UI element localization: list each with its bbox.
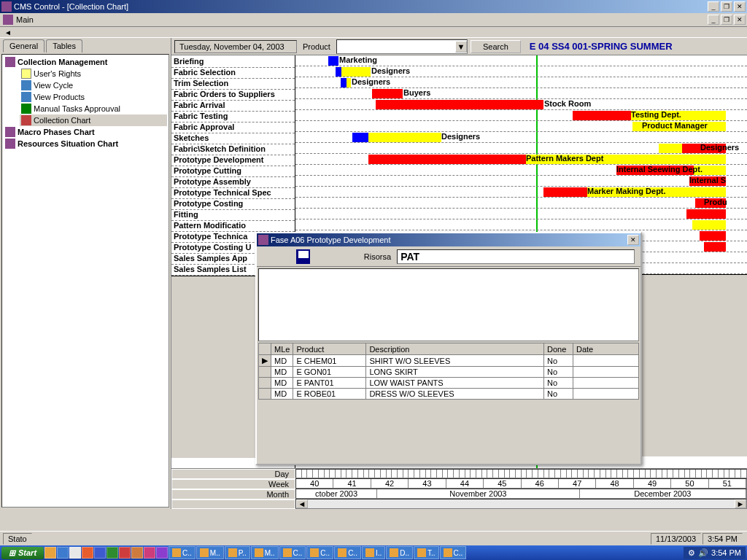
gantt-row[interactable]: Marker Making Dept. bbox=[295, 187, 747, 198]
quicklaunch-icon[interactable] bbox=[44, 547, 56, 559]
tree-collection-chart[interactable]: Collection Chart bbox=[20, 114, 167, 126]
table-row[interactable]: MDE ROBE01DRESS W/O SLEEVESNo bbox=[259, 389, 639, 400]
gantt-bar[interactable] bbox=[543, 187, 587, 197]
taskbar-task[interactable]: D.. bbox=[386, 546, 413, 559]
col-done[interactable]: Done bbox=[544, 343, 573, 355]
close-button[interactable]: ✕ bbox=[734, 1, 746, 12]
start-button[interactable]: ⊞Start bbox=[1, 547, 44, 559]
taskbar-task[interactable]: C.. bbox=[440, 546, 467, 559]
gantt-row[interactable]: Pattern Makers Dept bbox=[295, 154, 747, 165]
quicklaunch-icon[interactable] bbox=[119, 547, 131, 559]
gantt-bar[interactable] bbox=[573, 111, 631, 120]
taskbar-task[interactable]: P.. bbox=[225, 546, 250, 559]
menu-main[interactable]: Main bbox=[16, 15, 34, 24]
quicklaunch-icon[interactable] bbox=[82, 547, 93, 559]
gantt-bar[interactable] bbox=[686, 209, 726, 219]
gantt-row[interactable]: Internal S bbox=[295, 176, 747, 187]
product-dropdown[interactable]: ▼ bbox=[336, 39, 468, 54]
resource-label: Designers bbox=[700, 143, 739, 152]
gantt-bar[interactable] bbox=[352, 133, 368, 142]
mdi-maximize-button[interactable]: ❐ bbox=[721, 15, 732, 25]
col-product[interactable]: Product bbox=[293, 343, 366, 355]
quicklaunch-icon[interactable] bbox=[131, 547, 143, 559]
gantt-bar[interactable] bbox=[336, 67, 341, 77]
gantt-bar[interactable] bbox=[347, 78, 351, 88]
gantt-bar[interactable] bbox=[692, 220, 726, 230]
gantt-bar[interactable] bbox=[700, 231, 726, 241]
quicklaunch-icon[interactable] bbox=[107, 547, 118, 559]
cycle-icon bbox=[21, 80, 31, 90]
gantt-row[interactable]: Designers bbox=[295, 77, 747, 88]
tray-icon[interactable]: 🔊 bbox=[698, 548, 708, 558]
gantt-bar[interactable] bbox=[376, 100, 543, 109]
taskbar-task[interactable]: C.. bbox=[169, 546, 196, 559]
gantt-bar[interactable] bbox=[368, 155, 526, 164]
col-mle[interactable]: MLe bbox=[271, 343, 293, 355]
gantt-row[interactable]: Stock Room bbox=[295, 99, 747, 110]
tree-users-rights[interactable]: User's Rights bbox=[20, 68, 167, 79]
gantt-bar[interactable] bbox=[341, 67, 371, 77]
taskbar-task[interactable]: I.. bbox=[362, 546, 385, 559]
taskbar-task[interactable]: M.. bbox=[251, 546, 279, 559]
gantt-row[interactable]: Internal Seewing Dept. bbox=[295, 165, 747, 176]
quicklaunch-icon[interactable] bbox=[94, 547, 106, 559]
gantt-row[interactable]: Testing Dept. bbox=[295, 110, 747, 121]
tree-view-products[interactable]: View Products bbox=[20, 91, 167, 103]
table-row[interactable]: MDE GON01LONG SKIRTNo bbox=[259, 367, 639, 378]
system-tray[interactable]: ⚙ 🔊 3:54 PM bbox=[684, 547, 746, 559]
tree-macro-phases[interactable]: Macro Phases Chart bbox=[4, 126, 167, 138]
minimize-button[interactable]: _ bbox=[708, 1, 719, 12]
taskbar-task[interactable]: C.. bbox=[306, 546, 333, 559]
search-button[interactable]: Search bbox=[471, 40, 521, 53]
risorsa-input[interactable] bbox=[397, 249, 635, 264]
quicklaunch-icon[interactable] bbox=[69, 547, 81, 559]
mdi-minimize-button[interactable]: _ bbox=[708, 15, 719, 25]
gantt-row[interactable]: Produ bbox=[295, 198, 747, 209]
tree-view-cycle[interactable]: View Cycle bbox=[20, 79, 167, 91]
gantt-bar[interactable] bbox=[372, 89, 403, 98]
tree-manual-tasks[interactable]: Manual Tasks Approuval bbox=[20, 103, 167, 114]
tab-general[interactable]: General bbox=[3, 39, 44, 52]
tab-tables[interactable]: Tables bbox=[46, 39, 82, 52]
gantt-row[interactable]: Designers bbox=[295, 143, 747, 154]
table-row[interactable]: MDE PANT01LOW WAIST PANTSNo bbox=[259, 378, 639, 389]
quicklaunch-icon[interactable] bbox=[156, 547, 168, 559]
dialog-upper-list[interactable] bbox=[258, 268, 639, 341]
gantt-row[interactable] bbox=[295, 209, 747, 219]
save-icon[interactable] bbox=[296, 249, 310, 264]
date-display[interactable]: Tuesday, November 04, 2003 bbox=[174, 40, 297, 53]
taskbar-task[interactable]: T.. bbox=[414, 546, 439, 559]
mdi-close-button[interactable]: ✕ bbox=[734, 15, 746, 25]
gantt-row[interactable]: Product Manager bbox=[295, 121, 747, 132]
scale-month-label[interactable]: Month bbox=[171, 489, 295, 499]
chevron-down-icon[interactable]: ▼ bbox=[455, 41, 467, 52]
gantt-bar[interactable] bbox=[341, 78, 347, 88]
tree-resources-chart[interactable]: Resources Situation Chart bbox=[4, 138, 167, 149]
scroll-left-button[interactable]: ◄ bbox=[296, 499, 308, 508]
quicklaunch-icon[interactable] bbox=[57, 547, 69, 559]
taskbar-task[interactable]: C.. bbox=[334, 546, 361, 559]
gantt-row[interactable]: Buyers bbox=[295, 88, 747, 99]
taskbar-task[interactable]: C.. bbox=[279, 546, 306, 559]
tray-icon[interactable]: ⚙ bbox=[688, 548, 695, 558]
gantt-row[interactable]: Designers bbox=[295, 66, 747, 77]
table-row[interactable]: ▶MDE CHEM01SHIRT W/O SLEEVESNo bbox=[259, 355, 639, 367]
horizontal-scrollbar[interactable]: ◄ ► bbox=[295, 499, 747, 509]
col-date[interactable]: Date bbox=[573, 343, 639, 355]
gantt-bar[interactable] bbox=[368, 133, 441, 142]
scale-week-label[interactable]: Week bbox=[171, 479, 295, 489]
gantt-row[interactable]: Marketing bbox=[295, 55, 747, 66]
taskbar-task[interactable]: M.. bbox=[196, 546, 224, 559]
dialog-close-button[interactable]: ✕ bbox=[627, 235, 639, 245]
gantt-bar[interactable] bbox=[704, 242, 726, 252]
nav-arrows[interactable]: ◄ bbox=[0, 26, 747, 38]
scale-day-label[interactable]: Day bbox=[171, 469, 295, 479]
maximize-button[interactable]: ❐ bbox=[721, 1, 732, 12]
gantt-row[interactable]: Designers bbox=[295, 132, 747, 143]
gantt-bar[interactable] bbox=[328, 56, 338, 66]
gantt-row[interactable] bbox=[295, 219, 747, 230]
scroll-right-button[interactable]: ► bbox=[735, 499, 746, 508]
tree-root[interactable]: Collection Management bbox=[4, 56, 167, 68]
col-description[interactable]: Description bbox=[366, 343, 544, 355]
quicklaunch-icon[interactable] bbox=[144, 547, 155, 559]
